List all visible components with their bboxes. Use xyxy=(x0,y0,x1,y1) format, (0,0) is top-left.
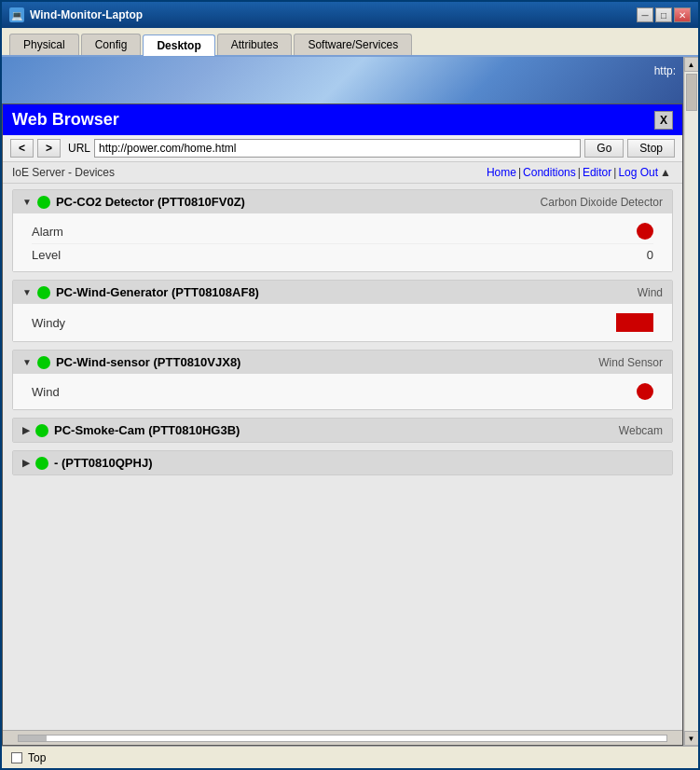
status-dot-smoke-cam xyxy=(35,424,48,437)
tab-attributes[interactable]: Attributes xyxy=(217,34,293,55)
ioe-nav: Home | Conditions | Editor | Log Out ▲ xyxy=(487,166,673,179)
toggle-arrow-unknown: ▶ xyxy=(22,458,30,468)
device-header-co2[interactable]: ▼ PC-CO2 Detector (PTT0810FV0Z) Carbon D… xyxy=(13,190,672,213)
device-name-unknown: - (PTT0810QPHJ) xyxy=(54,456,152,470)
status-checkbox[interactable] xyxy=(11,752,22,763)
window-title: Wind-Monitor-Laptop xyxy=(30,8,143,21)
ioe-nav-sep2: | xyxy=(578,166,581,179)
device-card-wind-sensor: ▼ PC-Wind-sensor (PTT0810VJX8) Wind Sens… xyxy=(12,350,673,410)
device-name-wind-sensor: PC-Wind-sensor (PTT0810VJX8) xyxy=(56,355,241,369)
wind-label: Wind xyxy=(32,385,60,399)
device-header-left-wind-sensor: ▼ PC-Wind-sensor (PTT0810VJX8) xyxy=(22,355,240,369)
device-row-alarm: Alarm xyxy=(32,219,653,244)
device-header-left-co2: ▼ PC-CO2 Detector (PTT0810FV0Z) xyxy=(22,195,245,209)
ioe-nav-sep3: | xyxy=(613,166,616,179)
status-bar: Top xyxy=(2,746,698,768)
h-scroll-thumb[interactable] xyxy=(19,736,47,741)
vertical-scrollbar[interactable]: ▲ ▼ xyxy=(683,57,698,746)
status-dot-wind-gen xyxy=(37,286,50,299)
browser-outer: Web Browser X < > URL Go Stop xyxy=(2,57,683,746)
device-card-co2: ▼ PC-CO2 Detector (PTT0810FV0Z) Carbon D… xyxy=(12,189,673,272)
tab-desktop[interactable]: Desktop xyxy=(143,34,214,56)
ioe-nav-editor[interactable]: Editor xyxy=(583,166,611,179)
device-name-co2: PC-CO2 Detector (PTT0810FV0Z) xyxy=(56,195,245,209)
device-row-level: Level 0 xyxy=(32,244,653,266)
browser-title-text: Web Browser xyxy=(12,110,119,130)
stop-button[interactable]: Stop xyxy=(627,139,675,158)
url-label: URL xyxy=(68,142,90,155)
level-label: Level xyxy=(32,248,61,262)
maximize-button[interactable]: □ xyxy=(655,7,672,22)
alarm-label: Alarm xyxy=(32,225,63,239)
main-area: Web Browser X < > URL Go Stop xyxy=(2,57,698,746)
ioe-server-label: IoE Server - Devices xyxy=(12,166,115,179)
ioe-nav-logout[interactable]: Log Out xyxy=(618,166,658,179)
tab-config[interactable]: Config xyxy=(81,34,142,55)
device-body-co2: Alarm Level 0 xyxy=(13,213,672,271)
close-button[interactable]: ✕ xyxy=(674,7,691,22)
browser-title-bar: Web Browser X xyxy=(3,104,682,135)
device-type-wind-sensor: Wind Sensor xyxy=(598,356,663,369)
ioe-content: IoE Server - Devices Home | Conditions |… xyxy=(3,162,682,730)
v-scroll-track[interactable] xyxy=(685,72,698,731)
ioe-nav-home[interactable]: Home xyxy=(487,166,516,179)
tab-software-services[interactable]: Software/Services xyxy=(294,34,412,55)
device-row-windy: Windy xyxy=(32,309,653,336)
content-area: Web Browser X < > URL Go Stop xyxy=(2,57,683,746)
device-header-left-unknown: ▶ - (PTT0810QPHJ) xyxy=(22,456,152,470)
device-name-wind-gen: PC-Wind-Generator (PTT08108AF8) xyxy=(56,285,259,299)
app-icon: 💻 xyxy=(9,7,24,22)
minimize-button[interactable]: ─ xyxy=(637,7,653,22)
device-card-smoke-cam: ▶ PC-Smoke-Cam (PTT0810HG3B) Webcam xyxy=(12,418,673,443)
toggle-arrow-wind-gen: ▼ xyxy=(22,287,32,297)
device-body-wind-sensor: Wind xyxy=(13,374,672,409)
device-header-left-smoke-cam: ▶ PC-Smoke-Cam (PTT0810HG3B) xyxy=(22,423,240,437)
go-button[interactable]: Go xyxy=(584,139,624,158)
browser-window: Web Browser X < > URL Go Stop xyxy=(2,103,683,746)
windy-label: Windy xyxy=(32,316,65,330)
back-button[interactable]: < xyxy=(10,139,34,158)
url-input[interactable] xyxy=(94,139,581,158)
ioe-nav-conditions[interactable]: Conditions xyxy=(523,166,576,179)
ioe-nav-arrow: ▲ xyxy=(660,166,671,179)
ioe-header: IoE Server - Devices Home | Conditions |… xyxy=(3,162,682,184)
status-label: Top xyxy=(28,751,46,764)
device-type-smoke-cam: Webcam xyxy=(619,424,663,437)
device-header-wind-gen[interactable]: ▼ PC-Wind-Generator (PTT08108AF8) Wind xyxy=(13,281,672,304)
window-controls: ─ □ ✕ xyxy=(637,7,691,22)
device-header-wind-sensor[interactable]: ▼ PC-Wind-sensor (PTT0810VJX8) Wind Sens… xyxy=(13,351,672,374)
ioe-nav-sep1: | xyxy=(518,166,521,179)
wind-indicator xyxy=(637,383,653,400)
status-dot-unknown xyxy=(35,457,48,470)
toggle-arrow-smoke-cam: ▶ xyxy=(22,425,30,435)
device-row-wind: Wind xyxy=(32,379,653,404)
browser-nav-bar: < > URL Go Stop xyxy=(3,135,682,162)
v-scroll-down-button[interactable]: ▼ xyxy=(684,731,699,746)
device-header-left-wind-gen: ▼ PC-Wind-Generator (PTT08108AF8) xyxy=(22,285,259,299)
v-scroll-thumb[interactable] xyxy=(686,74,697,111)
status-dot-wind-sensor xyxy=(37,356,50,369)
horizontal-scrollbar[interactable] xyxy=(3,730,682,745)
device-card-wind-gen: ▼ PC-Wind-Generator (PTT08108AF8) Wind W… xyxy=(12,280,673,342)
device-header-unknown[interactable]: ▶ - (PTT0810QPHJ) xyxy=(13,451,672,474)
title-bar-left: 💻 Wind-Monitor-Laptop xyxy=(9,7,143,22)
tab-physical[interactable]: Physical xyxy=(9,34,79,55)
device-name-smoke-cam: PC-Smoke-Cam (PTT0810HG3B) xyxy=(54,423,240,437)
device-type-wind-gen: Wind xyxy=(638,286,663,299)
device-card-unknown: ▶ - (PTT0810QPHJ) xyxy=(12,450,673,475)
device-body-wind-gen: Windy xyxy=(13,304,672,341)
forward-button[interactable]: > xyxy=(37,139,61,158)
device-list: ▼ PC-CO2 Detector (PTT0810FV0Z) Carbon D… xyxy=(3,184,682,481)
title-bar: 💻 Wind-Monitor-Laptop ─ □ ✕ xyxy=(2,2,698,28)
v-scroll-up-button[interactable]: ▲ xyxy=(684,57,699,72)
device-header-smoke-cam[interactable]: ▶ PC-Smoke-Cam (PTT0810HG3B) Webcam xyxy=(13,419,672,442)
level-value: 0 xyxy=(647,248,653,262)
toggle-arrow-wind-sensor: ▼ xyxy=(22,357,32,367)
windy-indicator xyxy=(616,313,653,332)
alarm-indicator xyxy=(637,223,653,240)
device-type-co2: Carbon Dixoide Detector xyxy=(541,196,663,209)
h-scroll-track[interactable] xyxy=(18,735,667,742)
toggle-arrow-co2: ▼ xyxy=(22,197,32,207)
browser-close-button[interactable]: X xyxy=(654,111,673,130)
browser-top-image xyxy=(2,57,683,103)
